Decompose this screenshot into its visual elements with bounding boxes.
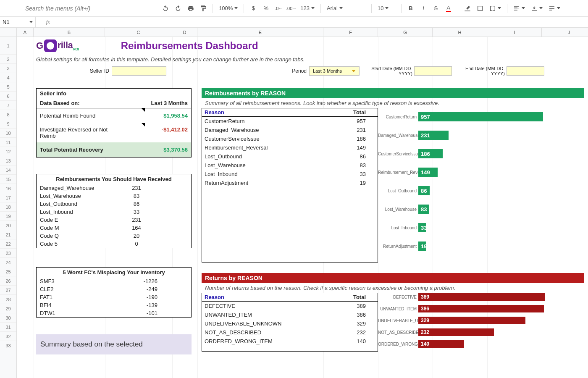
row-number[interactable]: 9 xyxy=(0,119,16,129)
row-number[interactable]: 28 xyxy=(0,295,16,304)
row-number[interactable]: 19 xyxy=(0,212,16,221)
row-number[interactable]: 7 xyxy=(0,101,16,110)
row-numbers: 1234567891011121314151617181920212223242… xyxy=(0,37,17,378)
row-number[interactable]: 1 xyxy=(0,37,16,55)
zoom-dropdown[interactable]: 100% xyxy=(217,3,239,13)
undo-button[interactable] xyxy=(160,3,171,13)
strikethrough-button[interactable]: S xyxy=(431,3,441,13)
row-number[interactable]: 27 xyxy=(0,286,16,295)
row-number[interactable]: 11 xyxy=(0,138,16,147)
row-number[interactable]: 5 xyxy=(0,82,16,92)
row-number[interactable]: 12 xyxy=(0,147,16,156)
worst-fc-block: 5 Worst FC's Misplacing Your Inventory S… xyxy=(36,267,192,318)
halign-dropdown[interactable] xyxy=(512,3,527,13)
column-header[interactable]: J xyxy=(542,28,588,37)
column-header[interactable]: H xyxy=(433,28,487,37)
column-headers: ABCDEFGHIJ xyxy=(0,28,588,37)
row-number[interactable]: 6 xyxy=(0,92,16,101)
formula-input[interactable] xyxy=(52,17,588,27)
column-header[interactable]: G xyxy=(378,28,433,37)
row-number[interactable]: 17 xyxy=(0,193,16,202)
end-date-input[interactable] xyxy=(507,66,544,76)
data-based-value: Last 3 Months xyxy=(151,100,188,106)
row-number[interactable]: 25 xyxy=(0,267,16,276)
logo-sub: ROI xyxy=(73,47,79,52)
table-row: Lost_Inbound33 xyxy=(37,208,191,216)
increase-decimal-button[interactable]: .00→ xyxy=(286,3,296,13)
redo-button[interactable] xyxy=(173,3,183,13)
sheet-content[interactable]: G rillaROI Reimbursements Dashboard Glob… xyxy=(17,37,588,378)
row-number[interactable]: 2 xyxy=(0,55,16,64)
table-row: SMF3-1226 xyxy=(37,277,191,285)
column-header[interactable]: E xyxy=(197,28,323,37)
formula-bar-row: N1 fx xyxy=(0,17,588,28)
chart-bar-row: CustomerReturn957 xyxy=(378,110,584,123)
row-number[interactable]: 30 xyxy=(0,313,16,323)
merge-dropdown[interactable] xyxy=(488,3,503,13)
column-header[interactable]: D xyxy=(172,28,197,37)
name-box[interactable]: N1 xyxy=(0,17,36,27)
column-header[interactable]: I xyxy=(487,28,542,37)
total-recovery-value: $3,370.56 xyxy=(163,147,188,153)
should-have-block: Reimbursements You Should Have Received … xyxy=(36,174,192,248)
row-number[interactable]: 3 xyxy=(0,64,16,73)
chart-bar-row: UNDELIVERABLE_UNKNOWN329 xyxy=(378,316,584,325)
column-header[interactable]: F xyxy=(323,28,378,37)
row-number[interactable]: 33 xyxy=(0,341,16,350)
row-number[interactable]: 21 xyxy=(0,230,16,239)
italic-button[interactable]: I xyxy=(418,3,428,13)
table-row: Lost_Warehouse83 xyxy=(202,161,378,170)
row-number[interactable]: 13 xyxy=(0,156,16,165)
font-size-dropdown[interactable]: 10 xyxy=(376,3,397,13)
row-number[interactable]: 4 xyxy=(0,73,16,82)
column-header[interactable]: C xyxy=(105,28,172,37)
valign-dropdown[interactable] xyxy=(529,3,544,13)
table-row: CustomerReturn957 xyxy=(202,117,378,126)
wrap-dropdown[interactable] xyxy=(547,3,562,13)
bold-button[interactable]: B xyxy=(406,3,416,13)
chart-bar-row: CustomerServiceIssue186 xyxy=(378,147,584,160)
row-number[interactable]: 8 xyxy=(0,110,16,119)
table-row: BFI4-139 xyxy=(37,301,191,309)
row-number[interactable]: 18 xyxy=(0,202,16,212)
row-number[interactable]: 26 xyxy=(0,276,16,286)
paint-format-button[interactable] xyxy=(198,3,208,13)
table-row: CustomerServiceIssue186 xyxy=(202,134,378,143)
row-number[interactable]: 32 xyxy=(0,332,16,341)
chart-bar-row: Damaged_Warehouse231 xyxy=(378,129,584,142)
fill-color-button[interactable] xyxy=(462,3,472,13)
borders-button[interactable] xyxy=(475,3,485,13)
currency-button[interactable]: $ xyxy=(248,3,258,13)
logo-badge-icon xyxy=(44,39,57,52)
print-button[interactable] xyxy=(186,3,196,13)
chart-bar-row: DEFECTIVE389 xyxy=(378,293,584,301)
percent-button[interactable]: % xyxy=(261,3,271,13)
row-number[interactable]: 24 xyxy=(0,258,16,267)
seller-id-input[interactable] xyxy=(112,66,166,76)
row-number[interactable]: 20 xyxy=(0,221,16,230)
text-color-button[interactable]: A xyxy=(444,3,454,13)
start-date-input[interactable] xyxy=(414,66,452,76)
chevron-down-icon xyxy=(29,21,33,23)
potential-reimb-value: $1,958.54 xyxy=(163,113,188,119)
row-number[interactable]: 31 xyxy=(0,323,16,332)
row-number[interactable]: 16 xyxy=(0,184,16,193)
decrease-decimal-button[interactable]: .0← xyxy=(273,3,284,13)
row-number[interactable]: 15 xyxy=(0,175,16,184)
column-header[interactable]: B xyxy=(34,28,105,37)
number-format-dropdown[interactable]: 123 xyxy=(299,3,316,13)
row-number[interactable]: 23 xyxy=(0,249,16,258)
column-header[interactable]: A xyxy=(17,28,34,37)
table-row: Lost_Warehouse83 xyxy=(37,192,191,200)
period-dropdown[interactable]: Last 3 Months xyxy=(309,66,360,76)
font-dropdown[interactable]: Arial xyxy=(325,3,367,13)
row-number[interactable]: 29 xyxy=(0,304,16,313)
returns-table: ReasonTotal DEFECTIVE389UNWANTED_ITEM386… xyxy=(202,293,378,352)
table-row: Code M164 xyxy=(37,224,191,232)
row-number[interactable]: 10 xyxy=(0,129,16,138)
row-number[interactable]: 14 xyxy=(0,165,16,175)
row-number[interactable]: 22 xyxy=(0,239,16,249)
seller-info-header: Seller Info xyxy=(37,89,191,98)
search-menus-input[interactable] xyxy=(25,5,143,12)
reimb-panel-sub: Summary of all reimbursement reasons. Lo… xyxy=(202,98,584,108)
